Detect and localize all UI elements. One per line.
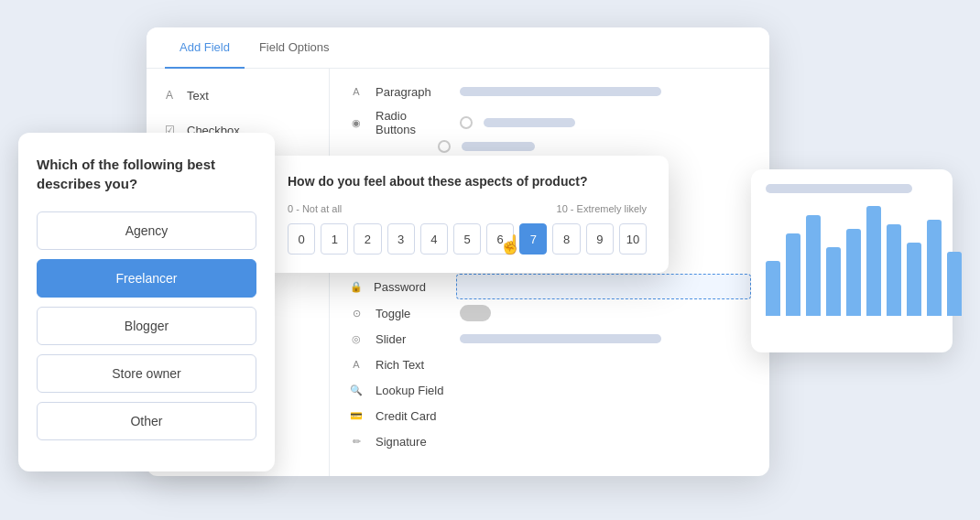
tab-field-options[interactable]: Field Options xyxy=(245,27,344,69)
rich-text-label: Rich Text xyxy=(376,358,449,372)
nps-low-label: 0 - Not at all xyxy=(288,203,342,214)
quiz-option-store-owner[interactable]: Store owner xyxy=(37,354,256,393)
nps-btn-2[interactable]: 2 xyxy=(354,223,381,255)
nps-btn-1[interactable]: 1 xyxy=(321,223,348,255)
field-label-text: Text xyxy=(187,89,209,103)
signature-label: Signature xyxy=(376,435,449,449)
nps-btn-4[interactable]: 4 xyxy=(420,223,448,255)
field-item-text[interactable]: A Text xyxy=(147,78,329,113)
nps-btn-0[interactable]: 0 xyxy=(288,223,315,255)
nps-btn-3[interactable]: 3 xyxy=(387,223,415,255)
credit-card-icon: 💳 xyxy=(348,407,365,424)
quiz-option-blogger[interactable]: Blogger xyxy=(37,307,256,345)
chart-bar-5 xyxy=(866,206,881,316)
nps-high-label: 10 - Extremely likely xyxy=(557,203,647,214)
chart-title-bar xyxy=(766,184,912,193)
quiz-option-other[interactable]: Other xyxy=(37,402,256,440)
nps-btn-7-selected[interactable]: 7 xyxy=(519,223,547,255)
slider-bar xyxy=(460,334,661,343)
signature-icon: ✏ xyxy=(348,433,365,450)
password-input-preview xyxy=(456,274,751,299)
preview-lookup-row: 🔍 Lookup Field xyxy=(348,382,751,398)
nps-number-buttons: 0 1 2 3 4 5 6 7 8 9 10 xyxy=(288,223,647,255)
preview-paragraph-row: A Paragraph xyxy=(348,83,751,100)
nps-btn-8[interactable]: 8 xyxy=(552,223,580,255)
chart-card xyxy=(751,169,953,352)
chart-bar-2 xyxy=(806,215,821,316)
paragraph-icon: A xyxy=(348,83,365,100)
preview-signature-row: ✏ Signature xyxy=(348,433,751,450)
rich-text-icon: A xyxy=(348,356,365,373)
preview-toggle-row: ⊙ Toggle xyxy=(348,305,751,321)
paragraph-label: Paragraph xyxy=(376,85,449,99)
password-icon: 🔒 xyxy=(348,278,365,295)
tab-add-field[interactable]: Add Field xyxy=(165,27,245,69)
toggle-preview-icon: ⊙ xyxy=(348,305,365,321)
lookup-icon: 🔍 xyxy=(348,382,365,398)
nps-scale-labels: 0 - Not at all 10 - Extremely likely xyxy=(288,203,647,214)
credit-card-label: Credit Card xyxy=(376,409,449,423)
quiz-survey-card: Which of the following best describes yo… xyxy=(18,133,275,471)
nps-btn-10[interactable]: 10 xyxy=(619,223,647,255)
toggle-preview-bar xyxy=(460,305,491,321)
lookup-label: Lookup Field xyxy=(376,384,449,397)
chart-bar-1 xyxy=(786,233,800,316)
chart-bar-0 xyxy=(766,261,780,316)
slider-preview-icon: ◎ xyxy=(348,330,365,347)
chart-bar-7 xyxy=(907,243,921,316)
chart-bars-container xyxy=(766,206,938,316)
radio-label: Radio Buttons xyxy=(376,109,449,136)
text-icon: A xyxy=(161,87,178,103)
radio-bar-2 xyxy=(462,142,535,151)
nps-title: How do you feel about these aspects of p… xyxy=(288,174,647,189)
password-field-label: Password xyxy=(374,280,447,294)
paragraph-preview-bar xyxy=(460,87,661,96)
radio-option-2 xyxy=(438,140,451,153)
slider-field-label: Slider xyxy=(376,332,449,346)
chart-bar-4 xyxy=(846,229,861,316)
nps-btn-6[interactable]: 6 xyxy=(486,223,514,255)
chart-bar-6 xyxy=(887,224,901,316)
quiz-option-agency[interactable]: Agency xyxy=(37,211,256,250)
radio-bar-1 xyxy=(484,118,575,127)
nps-btn-5[interactable]: 5 xyxy=(453,223,481,255)
chart-bar-9 xyxy=(947,252,962,316)
preview-credit-card-row: 💳 Credit Card xyxy=(348,407,751,424)
nps-btn-9[interactable]: 9 xyxy=(586,223,614,255)
preview-password-row: 🔒 Password xyxy=(348,274,751,299)
chart-bar-3 xyxy=(826,247,841,316)
toggle-field-label: Toggle xyxy=(376,307,449,320)
quiz-option-freelancer[interactable]: Freelancer xyxy=(37,259,256,298)
preview-slider-row: ◎ Slider xyxy=(348,330,751,347)
radio-option-1 xyxy=(460,116,473,129)
nps-survey-card: How do you feel about these aspects of p… xyxy=(266,156,669,273)
radio-icon: ◉ xyxy=(348,114,365,131)
form-builder-tabs: Add Field Field Options xyxy=(147,27,769,69)
chart-bar-8 xyxy=(927,220,942,316)
preview-rich-text-row: A Rich Text xyxy=(348,356,751,373)
quiz-question: Which of the following best describes yo… xyxy=(37,155,256,193)
